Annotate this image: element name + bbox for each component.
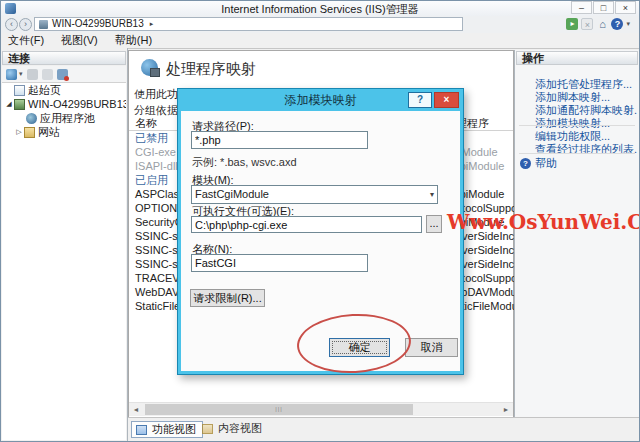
row-name: CGI-exe (135, 145, 176, 159)
tab-label: 内容视图 (218, 422, 262, 434)
app-pools-icon (26, 113, 37, 124)
close-button[interactable]: × (615, 1, 636, 14)
delete-connection-icon[interactable] (57, 69, 68, 80)
tab-content-view[interactable]: 内容视图 (198, 421, 268, 438)
home-icon[interactable]: ⌂ (596, 18, 608, 30)
stop-icon[interactable]: × (581, 18, 593, 30)
row-name: StaticFile (135, 299, 180, 313)
iis-manager-window: Internet Information Services (IIS)管理器 –… (0, 0, 640, 442)
help-icon: ? (520, 158, 531, 169)
action-link[interactable]: 添加模块映射... (535, 116, 637, 128)
breadcrumb-text: WIN-O4299BURB13 (52, 18, 144, 30)
connections-header: 连接 (2, 51, 126, 65)
address-bar: ‹ › WIN-O4299BURB13 ▸ ▸ × ⌂ ? ▾ (1, 16, 639, 34)
title-bar: Internet Information Services (IIS)管理器 –… (1, 1, 639, 17)
dialog-body: 请求路径(P): 示例: *.bas, wsvc.axd 模块(M): Fast… (181, 111, 460, 371)
add-links-group: 添加托管处理程序... 添加脚本映射... 添加通配符脚本映射... 添加模块映… (535, 77, 637, 129)
connections-tree: 起始页 ◢ WIN-O4299BURB13 (WIN- 应用程序池 ▷ 网站 (2, 83, 126, 440)
module-select[interactable]: FastCgiModule ▾ (191, 185, 438, 204)
action-link[interactable]: 编辑功能权限... (535, 129, 637, 141)
save-connection-icon[interactable] (27, 69, 38, 80)
minimize-button[interactable]: – (571, 1, 592, 14)
window-title: Internet Information Services (IIS)管理器 (1, 2, 639, 17)
action-link[interactable]: 添加通配符脚本映射... (535, 103, 637, 115)
horizontal-scrollbar[interactable]: ◄ ||| ► (129, 402, 513, 416)
start-page-icon (14, 85, 25, 96)
breadcrumb-arrow-icon[interactable]: ▸ (150, 18, 154, 30)
tree-item-server[interactable]: ◢ WIN-O4299BURB13 (WIN- (2, 97, 126, 111)
sites-folder-icon (24, 127, 35, 138)
view-tab-bar: 功能视图 内容视图 (128, 417, 639, 441)
dialog-close-button[interactable]: × (434, 92, 459, 108)
example-text: 示例: *.bas, wsvc.axd (192, 155, 297, 170)
row-name: 已启用 (135, 173, 168, 187)
module-value: FastCgiModule (195, 188, 269, 200)
content-view-icon (202, 424, 213, 434)
maximize-button[interactable]: □ (593, 1, 614, 14)
expander-collapsed-icon[interactable]: ▷ (14, 128, 24, 136)
edit-links-group: 编辑功能权限... 查看经过排序的列表... (535, 129, 637, 155)
help-link[interactable]: ? 帮助 (520, 156, 557, 171)
tree-label: 应用程序池 (40, 111, 95, 125)
browse-button[interactable]: ... (426, 215, 442, 233)
menu-file[interactable]: 文件(F) (1, 33, 51, 47)
tree-item-sites[interactable]: ▷ 网站 (2, 125, 126, 139)
server-icon (39, 20, 48, 29)
action-link[interactable]: 添加脚本映射... (535, 90, 637, 102)
connections-panel: 连接 ▾ 起始页 ◢ WIN-O4299BURB13 (WIN- 应用程序池 (1, 48, 128, 441)
row-name: ISAPI-dll (135, 159, 178, 173)
tree-item-app-pools[interactable]: 应用程序池 (2, 111, 126, 125)
connections-toolbar: ▾ (2, 66, 126, 83)
executable-input[interactable] (191, 216, 422, 233)
actions-panel: 操作 添加托管处理程序... 添加脚本映射... 添加通配符脚本映射... 添加… (514, 50, 639, 418)
create-connection-icon[interactable] (6, 69, 17, 80)
name-input[interactable] (191, 254, 368, 272)
action-link[interactable]: 添加托管处理程序... (535, 77, 637, 89)
refresh-icon[interactable]: ▸ (566, 18, 578, 30)
column-header-name[interactable]: 名称 (135, 116, 157, 131)
help-label: 帮助 (535, 156, 557, 171)
tree-label: 网站 (38, 125, 60, 139)
row-name: WebDAV (135, 285, 179, 299)
tab-label: 功能视图 (152, 423, 196, 435)
edit-connection-icon[interactable] (42, 69, 53, 80)
cancel-button[interactable]: 取消 (405, 338, 458, 357)
request-restrictions-button[interactable]: 请求限制(R)... (190, 289, 265, 307)
separator (519, 125, 635, 126)
menu-view[interactable]: 视图(V) (54, 33, 105, 47)
add-module-mapping-dialog: 添加模块映射 ? × 请求路径(P): 示例: *.bas, wsvc.axd … (177, 88, 464, 375)
scrollbar-thumb[interactable]: ||| (145, 404, 413, 415)
help-icon[interactable]: ? (611, 18, 623, 30)
menu-help[interactable]: 帮助(H) (108, 33, 159, 47)
server-node-icon (14, 99, 25, 110)
dialog-help-button[interactable]: ? (408, 92, 432, 108)
breadcrumb[interactable]: WIN-O4299BURB13 ▸ (34, 17, 463, 31)
expander-expanded-icon[interactable]: ◢ (4, 100, 14, 108)
tree-label: 起始页 (28, 83, 61, 97)
row-name: 已禁用 (135, 131, 168, 145)
scroll-right-icon[interactable]: ► (499, 403, 513, 416)
back-button[interactable]: ‹ (5, 18, 18, 31)
forward-button[interactable]: › (19, 18, 32, 31)
page-title: 处理程序映射 (166, 60, 256, 79)
tree-label: WIN-O4299BURB13 (WIN- (28, 98, 126, 110)
actions-header: 操作 (516, 51, 638, 65)
tree-item-start-page[interactable]: 起始页 (2, 83, 126, 97)
scroll-left-icon[interactable]: ◄ (129, 403, 143, 416)
menu-bar: 文件(F) 视图(V) 帮助(H) (1, 33, 639, 49)
connection-caret-icon[interactable]: ▾ (19, 70, 23, 78)
chevron-down-icon[interactable]: ▾ (430, 186, 434, 203)
tab-features-view[interactable]: 功能视图 (131, 421, 203, 438)
request-path-input[interactable] (191, 131, 368, 149)
ok-button[interactable]: 确定 (329, 338, 390, 357)
features-view-icon (136, 425, 147, 435)
help-caret-icon[interactable]: ▾ (626, 20, 630, 28)
handler-mappings-icon (141, 59, 158, 76)
separator (519, 153, 635, 154)
